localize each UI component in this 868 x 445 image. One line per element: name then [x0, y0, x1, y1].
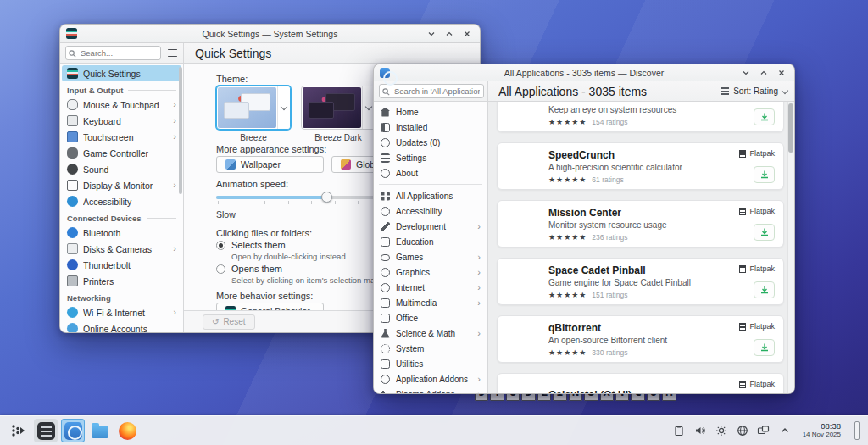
- discover-titlebar[interactable]: All Applications - 3035 items — Discover: [374, 64, 794, 81]
- settings-titlebar[interactable]: Quick Settings — System Settings: [60, 25, 480, 43]
- category-item[interactable]: Multimedia ›: [374, 295, 487, 310]
- theme-dropdown-button[interactable]: [277, 86, 290, 129]
- maximize-icon[interactable]: [759, 68, 769, 78]
- app-description: Game engine for Space Cadet Pinball: [548, 278, 739, 287]
- slider-handle[interactable]: [321, 192, 332, 203]
- settings-search-input[interactable]: [65, 46, 161, 60]
- minimize-icon[interactable]: [426, 29, 437, 39]
- sidebar-item-icon: [67, 259, 78, 270]
- category-item[interactable]: Graphics ›: [374, 264, 487, 280]
- category-item[interactable]: All Applications ›: [374, 188, 487, 203]
- app-card[interactable]: qb qBittorrent An open-source Bittorrent…: [497, 315, 784, 363]
- app-card[interactable]: SpeedCrunch A high-precision scientific …: [497, 142, 784, 190]
- sidebar-item[interactable]: Thunderbolt ›: [62, 257, 181, 273]
- volume-tray-icon[interactable]: [693, 424, 707, 437]
- wallpaper-button[interactable]: Wallpaper: [216, 156, 324, 173]
- theme-option-breeze-dark[interactable]: Breeze Dark: [301, 86, 376, 142]
- sidebar-item[interactable]: Accessibility ›: [62, 193, 181, 209]
- hamburger-menu-icon[interactable]: [164, 46, 180, 61]
- app-launcher-button[interactable]: [7, 419, 31, 442]
- download-button[interactable]: [754, 281, 775, 298]
- category-item[interactable]: Office ›: [374, 310, 487, 325]
- list-scrollbar-track[interactable]: [787, 102, 794, 393]
- category-item[interactable]: Science & Math ›: [374, 325, 487, 341]
- category-item[interactable]: Plasma Addons ›: [374, 387, 487, 393]
- clicking-label: Clicking files or folders:: [216, 228, 312, 238]
- category-item[interactable]: Accessibility ›: [374, 203, 487, 219]
- taskbar-system-settings[interactable]: [34, 419, 58, 442]
- sidebar-item[interactable]: Sound ›: [62, 161, 181, 177]
- taskbar-file-manager[interactable]: [88, 419, 112, 442]
- sidebar-scrollbar[interactable]: [179, 67, 182, 194]
- category-item[interactable]: Development ›: [374, 219, 487, 234]
- maximize-icon[interactable]: [444, 29, 454, 39]
- app-launcher-icon: [10, 422, 27, 439]
- clipboard-tray-icon[interactable]: [672, 424, 686, 437]
- digital-clock[interactable]: 08:38 14 Nov 2025: [803, 422, 841, 438]
- app-card[interactable]: Mission Center Monitor system resource u…: [497, 200, 784, 248]
- nav-item[interactable]: Installed: [374, 120, 487, 135]
- reset-button[interactable]: ↺ Reset: [203, 314, 255, 330]
- discover-app-icon: [380, 68, 390, 78]
- sidebar-item-icon: [67, 323, 78, 332]
- sidebar-item[interactable]: Disks & Cameras ›: [62, 241, 181, 257]
- nav-item[interactable]: About: [374, 165, 487, 181]
- chevron-right-icon: ›: [477, 253, 481, 262]
- theme-option-breeze[interactable]: Breeze: [216, 86, 291, 142]
- settings-page-title: Quick Settings: [184, 43, 480, 63]
- rating-count: 154 ratings: [592, 118, 627, 126]
- app-card[interactable]: Resources Keep an eye on system resource…: [497, 102, 784, 132]
- download-icon: [760, 342, 770, 353]
- app-rating: ★★★★★ 236 ratings: [548, 233, 739, 242]
- taskbar-discover[interactable]: [61, 419, 85, 442]
- sidebar-item[interactable]: Printers ›: [62, 273, 181, 289]
- taskbar-firefox[interactable]: [115, 419, 139, 442]
- peek-desktop-button[interactable]: [854, 421, 860, 440]
- category-item[interactable]: Utilities ›: [374, 356, 487, 371]
- discover-sidebar: Home Installed Updates (0) Settings Abou…: [374, 102, 488, 393]
- sidebar-item[interactable]: Wi-Fi & Internet ›: [62, 304, 181, 320]
- close-icon[interactable]: [462, 29, 472, 39]
- network-tray-icon[interactable]: [736, 424, 749, 437]
- download-button[interactable]: [754, 166, 775, 183]
- minimize-icon[interactable]: [741, 68, 751, 78]
- list-scrollbar-thumb[interactable]: [788, 103, 793, 153]
- sidebar-section-header: Networking: [60, 289, 183, 304]
- app-card[interactable]: Qalculate! (Qt UI) Flatpak: [497, 373, 784, 393]
- radio-selects-them[interactable]: Selects them: [216, 240, 286, 250]
- download-icon: [760, 170, 770, 180]
- chevron-down-icon: [365, 103, 372, 109]
- app-card[interactable]: Space Cadet Pinball Game engine for Spac…: [497, 258, 784, 305]
- displays-tray-icon[interactable]: [757, 424, 771, 437]
- category-item[interactable]: Application Addons ›: [374, 371, 487, 387]
- sidebar-item[interactable]: Display & Monitor ›: [62, 177, 181, 193]
- nav-item[interactable]: Home: [374, 104, 487, 120]
- category-item[interactable]: Games ›: [374, 249, 487, 264]
- nav-item[interactable]: Updates (0): [374, 135, 487, 150]
- sidebar-item[interactable]: Online Accounts ›: [62, 320, 181, 332]
- brightness-tray-icon[interactable]: [715, 424, 728, 437]
- download-button[interactable]: [754, 108, 775, 125]
- sidebar-item[interactable]: Bluetooth ›: [62, 225, 181, 241]
- chevron-right-icon: ›: [173, 308, 176, 317]
- nav-item[interactable]: Settings: [374, 150, 487, 165]
- sidebar-item[interactable]: Keyboard ›: [62, 113, 181, 129]
- sidebar-item[interactable]: Touchscreen ›: [62, 129, 181, 145]
- download-button[interactable]: [754, 224, 775, 241]
- expand-tray-icon[interactable]: [778, 424, 792, 437]
- sort-dropdown[interactable]: Sort: Rating: [721, 86, 787, 96]
- category-item[interactable]: Internet ›: [374, 280, 487, 295]
- category-item[interactable]: System ›: [374, 341, 487, 356]
- sidebar-item-icon: [67, 307, 78, 318]
- search-icon: [382, 84, 390, 99]
- sidebar-item[interactable]: Quick Settings ›: [62, 65, 181, 81]
- discover-search-input[interactable]: [379, 84, 484, 98]
- radio-opens-them[interactable]: Opens them: [216, 264, 282, 274]
- sidebar-item[interactable]: Mouse & Touchpad ›: [62, 97, 181, 113]
- sidebar-item[interactable]: Game Controller ›: [62, 145, 181, 161]
- download-button[interactable]: [754, 339, 775, 356]
- close-icon[interactable]: [776, 68, 787, 78]
- sidebar-item-icon: [67, 227, 78, 238]
- clock-date: 14 Nov 2025: [803, 431, 841, 439]
- category-item[interactable]: Education ›: [374, 234, 487, 249]
